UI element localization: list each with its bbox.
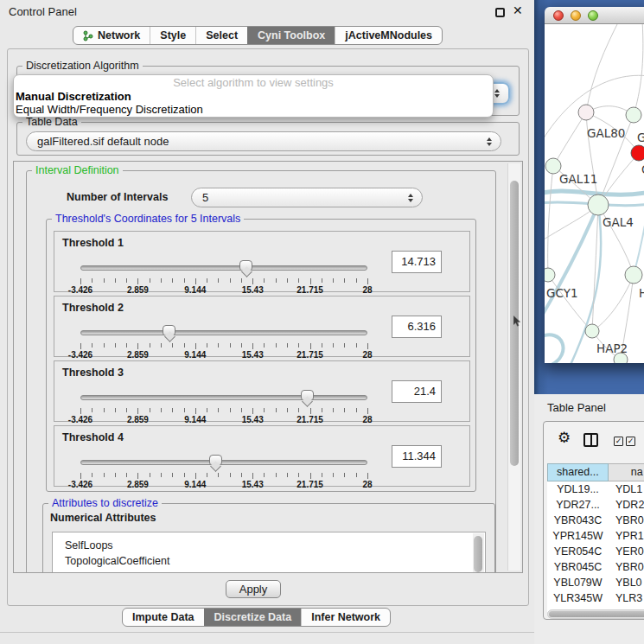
threshold-slider[interactable]: -3.4262.8599.14415.4321.71528	[80, 259, 367, 292]
slider-thumb[interactable]	[301, 390, 314, 401]
tab-discretize-data[interactable]: Discretize Data	[204, 609, 302, 626]
table-cell[interactable]: YDR27...	[547, 497, 609, 513]
table-row[interactable]: YDL19...YDL1	[547, 481, 644, 497]
column-layout-icon[interactable]	[583, 433, 598, 447]
table-cell[interactable]: YPR145W	[547, 528, 609, 544]
tab-jactivemnodules[interactable]: jActiveMNodules	[335, 27, 442, 44]
network-node[interactable]	[631, 145, 644, 161]
slider-tick	[367, 343, 368, 349]
group-label: Discretization Algorithm	[22, 60, 143, 72]
table-row[interactable]: YER054CYER0	[547, 544, 644, 559]
network-node[interactable]	[545, 268, 555, 282]
table-cell[interactable]: YBR045C	[547, 559, 609, 575]
attribute-list-item[interactable]: BetweennessCentrality	[53, 569, 485, 573]
table-cell[interactable]: YBL0	[609, 575, 644, 590]
checkbox-icon[interactable]	[626, 437, 635, 446]
table-cell[interactable]: YBR0	[609, 559, 644, 575]
table-row[interactable]: YBR043CYBR0	[547, 513, 644, 528]
scrollbar-thumb[interactable]	[549, 611, 644, 617]
table-cell[interactable]: YLR3	[609, 590, 644, 606]
network-node-label: H	[639, 286, 644, 300]
checkbox-icon[interactable]	[614, 437, 623, 446]
minimize-traffic-light-icon[interactable]	[571, 10, 581, 21]
thresholds-group: Threshold's Coordinates for 5 Intervals …	[46, 219, 476, 492]
table-data-combobox[interactable]: galFiltered.sif default node	[26, 131, 501, 151]
table-cell[interactable]: YPR1	[609, 528, 644, 544]
apply-button[interactable]: Apply	[226, 580, 281, 598]
table-row[interactable]: YLR345WYLR3	[547, 590, 644, 606]
network-node[interactable]	[585, 324, 599, 338]
close-traffic-light-icon[interactable]	[553, 10, 564, 21]
network-graph: GAL80 GA C GAL11 GAL4 GCY1 H HAP2	[545, 24, 644, 363]
slider-tick	[287, 278, 288, 283]
tab-label: Infer Network	[311, 611, 380, 623]
table-horizontal-scrollbar[interactable]	[547, 609, 644, 619]
network-node[interactable]	[625, 266, 642, 284]
slider-tick	[195, 278, 196, 284]
tab-style[interactable]: Style	[150, 27, 195, 44]
table-cell[interactable]: YDL1	[609, 481, 644, 497]
attribute-list-item[interactable]: SelfLoops	[53, 538, 485, 553]
tab-select[interactable]: Select	[195, 27, 247, 44]
table-cell[interactable]: YDL19...	[547, 481, 609, 497]
zoom-traffic-light-icon[interactable]	[588, 10, 598, 21]
network-node[interactable]	[588, 194, 609, 215]
slider-tick	[207, 473, 207, 477]
slider-track[interactable]	[80, 265, 367, 271]
slider-thumb[interactable]	[163, 325, 175, 336]
threshold-panel: Threshold 4 -3.4262.8599.14415.4321.7152…	[54, 425, 470, 487]
table-cell[interactable]: YDR2	[609, 497, 644, 513]
table-row[interactable]: YDR27...YDR2	[547, 497, 644, 513]
tab-infer-network[interactable]: Infer Network	[301, 609, 390, 626]
table-cell[interactable]: YBL079W	[547, 575, 609, 590]
table-cell[interactable]: YER054C	[547, 544, 609, 559]
tab-impute-data[interactable]: Impute Data	[123, 609, 204, 626]
column-header-shared-name[interactable]: shared...	[547, 463, 609, 481]
slider-tick	[310, 278, 311, 284]
attributes-list[interactable]: SelfLoopsTopologicalCoefficientBetweenne…	[52, 532, 486, 573]
threshold-value-field[interactable]: 6.316	[392, 316, 442, 338]
network-window-titlebar[interactable]	[545, 7, 644, 24]
table-row[interactable]: YBR045CYBR0	[547, 559, 644, 575]
tab-network[interactable]: Network	[73, 27, 150, 44]
float-window-icon[interactable]	[495, 8, 505, 17]
close-icon[interactable]	[513, 3, 523, 17]
settings-gear-icon[interactable]	[558, 429, 571, 447]
scrollbar-thumb[interactable]	[474, 536, 482, 572]
threshold-value-field[interactable]: 21.4	[392, 380, 442, 403]
dropdown-item[interactable]: Manual Discretization	[14, 90, 493, 103]
slider-tick	[92, 343, 92, 348]
number-of-intervals-combobox[interactable]: 5	[191, 188, 423, 207]
column-header-name[interactable]: na	[609, 463, 644, 481]
tab-cyni-toolbox[interactable]: Cyni Toolbox	[247, 27, 335, 44]
slider-track[interactable]	[80, 460, 367, 465]
numerical-attributes-label: Numerical Attributes	[50, 512, 156, 524]
dropdown-item[interactable]: Equal Width/Frequency Discretization	[14, 103, 493, 116]
threshold-slider[interactable]: -3.4262.8599.14415.4321.71528	[80, 454, 367, 487]
table-cell[interactable]: YLR345W	[547, 590, 609, 606]
slider-tick-label: 9.144	[184, 415, 206, 424]
table-row[interactable]: YBL079WYBL0	[547, 575, 644, 590]
network-canvas[interactable]: GAL80 GA C GAL11 GAL4 GCY1 H HAP2	[545, 24, 644, 363]
threshold-slider[interactable]: -3.4262.8599.14415.4321.71528	[80, 389, 367, 422]
slider-tick-label: 21.715	[296, 415, 323, 424]
table-row[interactable]: YPR145WYPR1	[547, 528, 644, 544]
table-cell[interactable]: YBR0	[609, 513, 644, 528]
slider-tick	[276, 473, 277, 477]
slider-thumb[interactable]	[209, 455, 222, 466]
slider-track[interactable]	[80, 395, 367, 400]
network-node[interactable]	[578, 105, 594, 120]
table-cell[interactable]: YBR043C	[547, 513, 609, 528]
network-node[interactable]	[626, 107, 641, 123]
slider-thumb[interactable]	[239, 260, 252, 271]
slider-track[interactable]	[80, 330, 367, 335]
attribute-list-item[interactable]: TopologicalCoefficient	[53, 553, 485, 569]
slider-tick	[137, 343, 138, 349]
table-cell[interactable]: YER0	[609, 544, 644, 559]
threshold-slider[interactable]: -3.4262.8599.14415.4321.71528	[80, 324, 367, 357]
threshold-value-field[interactable]: 11.344	[392, 445, 442, 468]
threshold-value-field[interactable]: 14.713	[392, 251, 442, 273]
settings-vertical-scrollbar[interactable]	[507, 163, 520, 571]
attributes-list-scrollbar[interactable]	[473, 533, 484, 573]
slider-tick-label: -3.426	[68, 350, 92, 360]
